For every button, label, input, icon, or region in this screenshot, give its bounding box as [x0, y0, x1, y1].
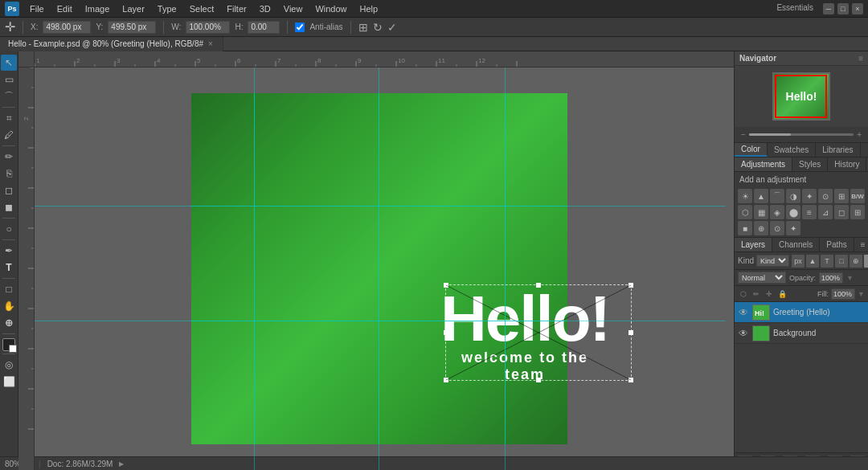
eyedropper-tool[interactable]: 🖊	[1, 127, 17, 143]
tab-styles[interactable]: Styles	[792, 157, 828, 171]
adj-bw-icon[interactable]: B/W	[850, 189, 865, 203]
lock-transparent-icon[interactable]: ⬡	[738, 288, 749, 300]
adj-pattern-icon[interactable]: ⊞	[850, 205, 865, 219]
lock-position-icon[interactable]: ✛	[764, 288, 775, 300]
rotate-icon[interactable]: ↻	[373, 21, 383, 34]
selection-handle-ml[interactable]	[444, 330, 448, 335]
menu-view[interactable]: View	[278, 2, 309, 15]
adj-gradient-icon[interactable]: ◻	[834, 205, 849, 219]
menu-help[interactable]: Help	[354, 2, 384, 15]
tab-history[interactable]: History	[828, 157, 866, 171]
adj-gradientmap-icon[interactable]: ▦	[754, 205, 768, 219]
layer-filter-smart[interactable]: ⊕	[850, 255, 862, 268]
fill-arrow[interactable]: ▼	[858, 290, 865, 298]
w-input[interactable]	[186, 21, 230, 34]
canvas-area[interactable]: 1 2 3 4 5 6 7 8 9	[18, 51, 734, 470]
x-input[interactable]	[43, 21, 91, 34]
tab-libraries[interactable]: Libraries	[816, 143, 860, 157]
kind-select[interactable]: Kind	[756, 255, 789, 267]
adj-threshold-icon[interactable]: ⊿	[818, 205, 833, 219]
selection-handle-tm[interactable]	[536, 283, 541, 288]
tab-adjustments[interactable]: Adjustments	[735, 157, 792, 171]
layers-panel-menu[interactable]: ≡	[854, 238, 868, 251]
blend-mode-select[interactable]: Normal	[738, 272, 786, 284]
zoom-in-icon[interactable]: +	[857, 130, 862, 139]
menu-select[interactable]: Select	[184, 2, 220, 15]
adj-brightness-icon[interactable]: ☀	[738, 189, 752, 203]
transform-icon[interactable]: ⊞	[358, 21, 368, 34]
hand-tool[interactable]: ✋	[1, 298, 17, 314]
adj-solid-icon[interactable]: ■	[738, 221, 752, 235]
close-button[interactable]: ×	[852, 3, 863, 14]
opacity-input[interactable]	[819, 272, 843, 284]
lasso-tool[interactable]: ⌒	[1, 88, 17, 104]
path-tool[interactable]: ✒	[1, 243, 17, 259]
layer-filter-shape[interactable]: □	[835, 255, 848, 268]
zoom-out-icon[interactable]: −	[741, 130, 746, 139]
fill-input[interactable]	[831, 288, 855, 300]
menu-3d[interactable]: 3D	[254, 2, 276, 15]
document-canvas[interactable]: Hello! welcome to the team	[191, 93, 567, 444]
menu-layer[interactable]: Layer	[117, 2, 150, 15]
document-tab[interactable]: Hello - Example.psd @ 80% (Greeting (Hel…	[0, 37, 223, 51]
tab-channels[interactable]: Channels	[772, 238, 820, 251]
layer-visibility-background[interactable]: 👁	[738, 328, 749, 339]
menu-file[interactable]: File	[24, 2, 50, 15]
canvas-document[interactable]: Hello! welcome to the team	[35, 67, 726, 470]
adj-exposure-icon[interactable]: ◑	[786, 189, 800, 203]
adj-extra-icon[interactable]: ✦	[786, 221, 800, 235]
layer-filter-type[interactable]: T	[821, 255, 833, 268]
adj-photofilter-icon[interactable]: ⬡	[738, 205, 752, 219]
selection-handle-tl[interactable]	[444, 283, 448, 288]
minimize-button[interactable]: ─	[823, 3, 834, 14]
maximize-button[interactable]: □	[837, 3, 849, 14]
layer-filter-toggle[interactable]: ●	[864, 255, 868, 268]
brush-tool[interactable]: ✏	[1, 149, 17, 165]
select-tool[interactable]: ▭	[1, 72, 17, 88]
layer-row-background[interactable]: 👁 Background	[735, 323, 868, 344]
gradient-tool[interactable]: ◼	[1, 199, 17, 215]
tab-color[interactable]: Color	[735, 143, 768, 157]
crop-tool[interactable]: ⌗	[1, 110, 17, 126]
quick-mask-button[interactable]: ◎	[1, 357, 17, 373]
y-input[interactable]	[108, 21, 156, 34]
commit-icon[interactable]: ✓	[387, 21, 397, 34]
screen-mode-button[interactable]: ⬜	[1, 374, 17, 390]
zoom-slider-track[interactable]	[749, 133, 854, 136]
adj-colorbalance-icon[interactable]: ⊞	[834, 189, 849, 203]
tab-close-button[interactable]: ×	[208, 39, 213, 48]
text-tool[interactable]: T	[1, 260, 17, 276]
move-tool[interactable]: ↖	[1, 55, 17, 71]
layer-filter-px[interactable]: px	[792, 255, 805, 268]
foreground-color[interactable]	[2, 338, 15, 351]
status-info-arrow-icon[interactable]: ▶	[119, 460, 124, 468]
adj-curves-icon[interactable]: ⌒	[770, 189, 784, 203]
adj-lookup-icon[interactable]: ⊙	[770, 221, 784, 235]
selection-handle-br[interactable]	[628, 378, 633, 382]
layer-visibility-greeting[interactable]: 👁	[738, 307, 749, 318]
h-input[interactable]	[248, 21, 280, 34]
lock-image-icon[interactable]: ✏	[751, 288, 762, 300]
eraser-tool[interactable]: ◻	[1, 182, 17, 198]
menu-filter[interactable]: Filter	[221, 2, 252, 15]
adj-invert-icon[interactable]: ⬤	[786, 205, 800, 219]
menu-window[interactable]: Window	[309, 2, 352, 15]
tab-layers[interactable]: Layers	[735, 238, 772, 251]
layer-row-greeting[interactable]: 👁 Hi! Greeting (Hello)	[735, 302, 868, 323]
clone-tool[interactable]: ⎘	[1, 166, 17, 182]
layer-filter-adj[interactable]: ▲	[806, 255, 819, 268]
adj-vibrance-icon[interactable]: ✦	[802, 189, 817, 203]
dodge-tool[interactable]: ○	[1, 221, 17, 237]
shape-tool[interactable]: □	[1, 281, 17, 297]
zoom-tool[interactable]: ⊕	[1, 315, 17, 331]
menu-type[interactable]: Type	[152, 2, 182, 15]
navigator-collapse[interactable]: ≡	[858, 54, 863, 63]
tab-paths[interactable]: Paths	[820, 238, 854, 251]
adj-levels-icon[interactable]: ▲	[754, 189, 768, 203]
lock-all-icon[interactable]: 🔒	[776, 288, 788, 300]
adj-posterize-icon[interactable]: ≡	[802, 205, 817, 219]
menu-edit[interactable]: Edit	[51, 2, 78, 15]
selection-handle-mr[interactable]	[628, 330, 633, 335]
move-tool-icon[interactable]: ✛	[5, 19, 15, 35]
selection-handle-bl[interactable]	[444, 378, 448, 382]
